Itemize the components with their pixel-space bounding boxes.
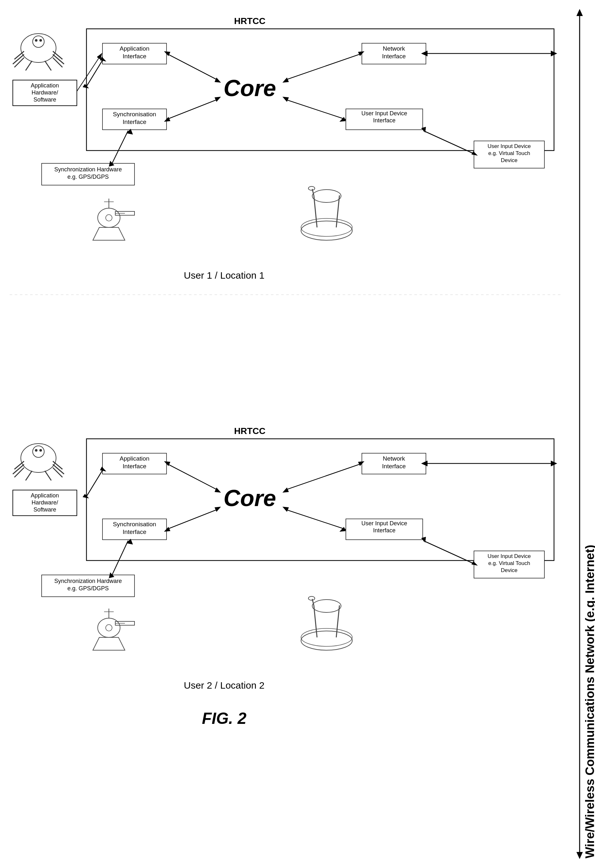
svg-text:Synchronization Hardware: Synchronization Hardware <box>54 166 122 173</box>
svg-text:Network: Network <box>383 455 405 462</box>
svg-text:Synchronisation: Synchronisation <box>113 111 156 118</box>
svg-marker-1 <box>576 9 583 16</box>
robot-image-1 <box>13 34 64 71</box>
svg-text:Application: Application <box>120 455 149 462</box>
svg-marker-2 <box>576 852 583 859</box>
location-label-2: User 2 / Location 2 <box>184 680 264 691</box>
svg-text:Interface: Interface <box>123 463 146 469</box>
svg-point-4 <box>32 36 44 47</box>
core-text-2: Core <box>223 485 276 511</box>
svg-point-80 <box>35 449 37 452</box>
svg-line-89 <box>45 471 51 480</box>
svg-point-66 <box>106 215 112 221</box>
svg-text:Interface: Interface <box>123 53 146 60</box>
svg-line-13 <box>26 61 32 71</box>
svg-marker-141 <box>93 638 125 650</box>
side-label-text: Wire/Wireless Communications Network (e.… <box>583 545 595 858</box>
robot-image-2 <box>13 444 64 480</box>
svg-marker-69 <box>93 227 125 240</box>
svg-text:Network: Network <box>383 45 405 52</box>
svg-point-70 <box>301 221 352 240</box>
svg-point-3 <box>21 34 56 62</box>
svg-text:Interface: Interface <box>123 528 146 535</box>
svg-text:User Input Device: User Input Device <box>361 520 407 527</box>
svg-text:Hardware/: Hardware/ <box>31 499 58 506</box>
svg-text:Synchronisation: Synchronisation <box>113 521 156 527</box>
svg-text:e.g. GPS/DGPS: e.g. GPS/DGPS <box>67 174 109 180</box>
svg-point-81 <box>39 449 42 452</box>
svg-line-14 <box>45 61 51 71</box>
svg-point-146 <box>312 599 341 613</box>
svg-point-6 <box>39 39 42 41</box>
svg-text:Application: Application <box>120 45 149 52</box>
svg-text:Software: Software <box>33 96 56 103</box>
fig-label: FIG. 2 <box>202 710 247 728</box>
svg-text:e.g. Virtual Touch: e.g. Virtual Touch <box>488 150 530 156</box>
joystick-2 <box>301 596 352 650</box>
svg-text:Interface: Interface <box>382 53 406 60</box>
svg-text:Software: Software <box>33 506 56 513</box>
svg-point-5 <box>35 39 37 41</box>
svg-text:Interface: Interface <box>382 463 406 469</box>
svg-text:Device: Device <box>501 567 518 573</box>
svg-point-74 <box>312 190 341 202</box>
svg-text:Synchronization Hardware: Synchronization Hardware <box>54 578 122 584</box>
joystick-1 <box>301 186 352 240</box>
svg-text:Interface: Interface <box>373 527 396 534</box>
svg-line-88 <box>26 471 32 480</box>
svg-text:e.g. GPS/DGPS: e.g. GPS/DGPS <box>67 585 109 592</box>
hrtcc-label-2: HRTCC <box>234 426 266 436</box>
svg-point-76 <box>309 186 315 190</box>
svg-text:Interface: Interface <box>373 117 396 124</box>
svg-point-138 <box>106 624 112 631</box>
svg-text:Device: Device <box>501 157 518 163</box>
svg-text:Application: Application <box>31 82 59 89</box>
svg-point-142 <box>301 631 352 650</box>
svg-text:e.g. Virtual Touch: e.g. Virtual Touch <box>488 560 530 566</box>
hrtcc-label-1: HRTCC <box>234 16 266 26</box>
svg-text:User Input Device: User Input Device <box>487 143 531 149</box>
svg-text:User Input Device: User Input Device <box>487 553 531 559</box>
svg-text:Interface: Interface <box>123 118 146 125</box>
gps-satellite-1 <box>93 199 134 240</box>
svg-point-79 <box>32 446 44 458</box>
svg-text:Application: Application <box>31 492 59 499</box>
svg-point-148 <box>309 596 315 600</box>
gps-satellite-2 <box>93 608 134 650</box>
main-diagram: Wire/Wireless Communications Network (e.… <box>0 0 595 868</box>
svg-point-78 <box>21 444 56 472</box>
svg-text:User Input Device: User Input Device <box>361 110 407 117</box>
core-text-1: Core <box>223 75 276 101</box>
location-label-1: User 1 / Location 1 <box>184 270 264 280</box>
svg-text:Hardware/: Hardware/ <box>31 89 58 96</box>
